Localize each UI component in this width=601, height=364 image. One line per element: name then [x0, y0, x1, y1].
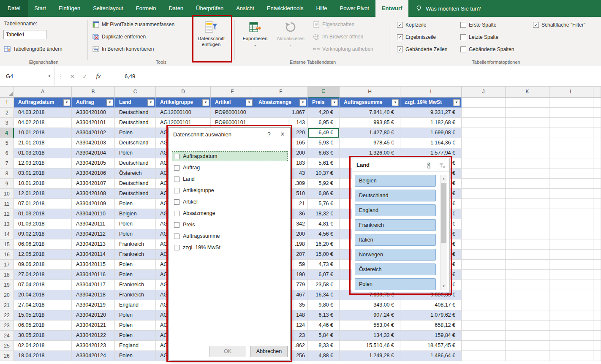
active-cell[interactable]: 6,49 € [308, 128, 340, 138]
column-header[interactable]: G [308, 87, 340, 98]
cell[interactable]: A330420122 [72, 331, 115, 341]
close-icon[interactable]: × [276, 128, 289, 141]
eigenschaften-button[interactable]: Eigenschaften [311, 19, 356, 30]
cell[interactable]: 12.01.2018 [14, 189, 72, 199]
cell[interactable]: 15.510,46 € [340, 341, 400, 351]
cell[interactable] [462, 158, 506, 168]
cell[interactable]: 9,80 € [308, 300, 340, 310]
cell[interactable]: 4,88 € [308, 351, 340, 361]
filter-button[interactable]: ▼ [299, 99, 306, 106]
cell[interactable]: AG12000100 [156, 108, 211, 118]
scroll-up-icon[interactable]: ▲ [441, 175, 447, 182]
cell[interactable] [593, 250, 601, 260]
cell[interactable] [549, 250, 593, 260]
cell[interactable] [593, 108, 601, 118]
cell[interactable] [462, 310, 506, 321]
cell[interactable] [593, 199, 601, 209]
cell[interactable] [506, 270, 549, 280]
cell[interactable] [506, 300, 549, 310]
cell[interactable]: PO96000100 [211, 108, 254, 118]
checkbox-icon[interactable] [174, 199, 179, 205]
cell[interactable]: Polen [115, 321, 156, 331]
duplikate-entfernen-button[interactable]: Duplikate entfernen [90, 31, 147, 42]
filter-button[interactable]: ▼ [453, 99, 460, 106]
cell[interactable] [506, 280, 549, 290]
cell[interactable] [593, 341, 601, 351]
cell[interactable]: A330420121 [72, 321, 115, 331]
cell[interactable] [549, 199, 593, 209]
filter-button[interactable]: ▼ [202, 99, 209, 106]
slicer-scrollbar[interactable]: ▲ ▼ [440, 175, 447, 290]
dialog-field-item[interactable]: Auftragssumme [172, 231, 287, 241]
cell[interactable] [462, 280, 506, 290]
cell[interactable] [462, 290, 506, 300]
cell[interactable] [593, 168, 601, 179]
cell[interactable]: A330420112 [72, 229, 115, 239]
column-header[interactable] [593, 87, 601, 98]
row-header[interactable]: 4 [0, 128, 14, 138]
cell[interactable]: 993,85 € [340, 118, 400, 128]
cell[interactable] [506, 209, 549, 219]
checkbox-kopfzeile[interactable]: ✓Kopfzeile [397, 21, 426, 29]
cell[interactable]: 07.01.2018 [14, 199, 72, 209]
cell[interactable]: 4,56 € [308, 229, 340, 239]
cell[interactable]: 1.577,94 € [400, 148, 462, 158]
dialog-field-item[interactable]: Auftragsdatum [172, 152, 287, 161]
cell[interactable] [593, 280, 601, 290]
row-header[interactable]: 12 [0, 209, 14, 219]
cell[interactable]: 4,46 € [308, 321, 340, 331]
column-header[interactable]: E [211, 87, 254, 98]
checkbox-erste-spalte[interactable]: Erste Spalte [460, 21, 496, 29]
row-header[interactable]: 18 [0, 270, 14, 280]
cell[interactable]: Belgien [115, 209, 156, 219]
dialog-field-item[interactable]: Artikelgruppe [172, 186, 287, 195]
cell[interactable]: 343,00 € [340, 300, 400, 310]
dialog-field-item[interactable]: Artikel [172, 197, 287, 206]
filter-button[interactable]: ▼ [63, 99, 70, 106]
table-column-header-cell[interactable]: Auftragsdatum▼ [14, 98, 72, 108]
cell[interactable]: 03.01.2018 [14, 168, 72, 179]
cell[interactable]: Polen [115, 331, 156, 341]
cell[interactable]: 4,73 € [308, 260, 340, 270]
slicer-item-norwegen[interactable]: Norwegen [355, 249, 436, 261]
table-column-header-cell[interactable]: Auftragssumme▼ [340, 98, 400, 108]
cell[interactable] [549, 321, 593, 331]
cell[interactable]: Östereich [115, 168, 156, 179]
cell[interactable]: 978,45 € [340, 138, 400, 148]
name-box[interactable]: G4 ▼ [0, 66, 55, 86]
cell[interactable] [593, 321, 601, 331]
filter-button[interactable]: ▼ [147, 99, 154, 106]
cell[interactable] [549, 219, 593, 229]
cell[interactable] [462, 118, 506, 128]
cell[interactable] [506, 310, 549, 321]
column-header[interactable]: F [254, 87, 308, 98]
column-header[interactable]: H [340, 87, 400, 98]
cell[interactable] [549, 280, 593, 290]
cell[interactable]: 01.03.2018 [14, 209, 72, 219]
cell[interactable] [506, 98, 549, 108]
cancel-entry-icon[interactable]: ✕ [66, 73, 79, 80]
cell[interactable]: 143 [254, 118, 308, 128]
cell[interactable]: Deutschland [115, 108, 156, 118]
table-column-header-cell[interactable]: Land▼ [115, 98, 156, 108]
row-header[interactable]: 20 [0, 290, 14, 300]
cell[interactable]: 5,61 € [308, 158, 340, 168]
slicer-item-deutschland[interactable]: Deutschland [355, 190, 436, 201]
cell[interactable] [549, 118, 593, 128]
cell[interactable]: A330420115 [72, 260, 115, 270]
column-header[interactable]: B [72, 87, 115, 98]
cell[interactable]: Deutschland [115, 118, 156, 128]
cell[interactable]: 23,58 € [308, 280, 340, 290]
filter-button[interactable]: ▼ [106, 99, 113, 106]
row-header[interactable]: 11 [0, 199, 14, 209]
cell[interactable] [506, 138, 549, 148]
row-header[interactable]: 15 [0, 239, 14, 250]
cell[interactable] [462, 168, 506, 179]
cell[interactable] [549, 331, 593, 341]
cell[interactable]: Polen [115, 128, 156, 138]
table-column-header-cell[interactable]: Preis▼ [308, 98, 340, 108]
insert-slicer-button[interactable]: Datenschnitt einfügen [193, 18, 230, 56]
cell[interactable] [506, 239, 549, 250]
cell[interactable]: 15.05.2018 [14, 310, 72, 321]
tab-power-pivot[interactable]: Power Pivot [334, 0, 375, 17]
